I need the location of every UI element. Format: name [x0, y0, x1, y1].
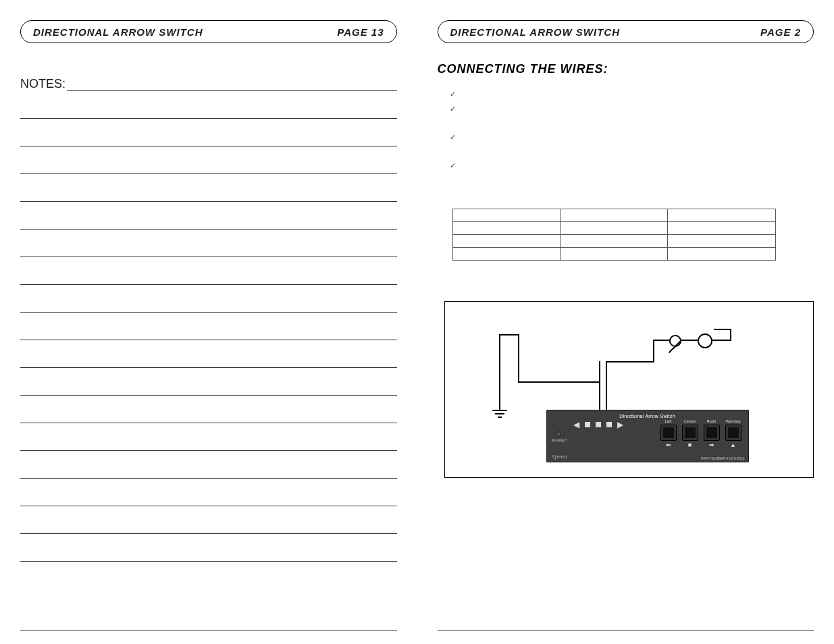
table-cell [668, 222, 776, 235]
indicator-icon [596, 422, 601, 427]
ground-icon [495, 413, 504, 414]
button-symbol: ➡ [709, 442, 714, 448]
checklist-item [450, 132, 814, 155]
note-rule [20, 174, 397, 202]
button-symbol: ⬅ [666, 442, 671, 448]
ground-icon [498, 417, 502, 418]
button-label: Left [664, 419, 671, 423]
header-pill-right: DIRECTIONAL ARROW SWITCH PAGE 2 [438, 20, 814, 43]
section-title: CONNECTING THE WIRES: [438, 62, 814, 76]
button-symbol: ■ [688, 442, 692, 448]
page-number: PAGE 2 [760, 26, 801, 38]
table-cell [452, 248, 560, 261]
button-symbol: ▲ [730, 442, 736, 448]
table-cell [668, 248, 776, 261]
note-rule [20, 285, 397, 313]
button-label: Right [706, 419, 716, 423]
checklist-item [450, 88, 814, 98]
table-cell [560, 235, 667, 248]
table-cell [452, 235, 560, 248]
wire [518, 334, 519, 381]
button-icon [725, 425, 741, 441]
note-rule [20, 534, 397, 562]
wiring-diagram: Directional Arrow Switch Running ? Speed… [444, 301, 814, 478]
notes-label: NOTES: [20, 76, 67, 91]
power-label: Running ? [552, 438, 567, 442]
wire [714, 329, 731, 330]
checklist [450, 88, 814, 188]
note-rule [20, 423, 397, 451]
battery-icon [698, 333, 712, 348]
wire [606, 361, 653, 363]
table-cell [668, 209, 776, 222]
table-row [452, 222, 775, 235]
wire [730, 329, 731, 341]
notes-section: NOTES: [20, 76, 397, 562]
table-cell [560, 209, 667, 222]
note-rule [20, 230, 397, 257]
button-label: Warning [725, 419, 740, 423]
note-rule [20, 91, 397, 119]
button-warning: Warning ▲ [725, 419, 742, 448]
arrow-left-icon: ◀ [573, 422, 579, 427]
note-rule [20, 202, 397, 230]
table-cell [452, 209, 560, 222]
arrow-right-icon: ▶ [617, 422, 623, 427]
button-row: Left ⬅ Center ■ Right ➡ [660, 419, 742, 448]
indicator-icon [606, 422, 612, 427]
table-row [452, 209, 775, 222]
page-number: PAGE 13 [337, 26, 384, 38]
button-icon [704, 425, 720, 441]
note-rule [20, 479, 397, 506]
note-rule [20, 396, 397, 423]
button-center: Center ■ [681, 419, 699, 448]
device-panel: Directional Arrow Switch Running ? Speed… [546, 410, 749, 462]
wire [599, 361, 600, 410]
power-led-icon [556, 431, 561, 437]
note-rule [20, 340, 397, 368]
note-rule [20, 146, 397, 174]
wire [606, 361, 607, 410]
wire [653, 340, 669, 341]
table-cell [452, 222, 560, 235]
wire [499, 334, 500, 410]
table-row [452, 235, 775, 248]
wire-table [452, 209, 776, 261]
wire [680, 340, 698, 341]
table-cell [560, 222, 667, 235]
ground-icon [492, 410, 507, 411]
wire [499, 334, 519, 336]
page-right: DIRECTIONAL ARROW SWITCH PAGE 2 CONNECTI… [417, 0, 835, 644]
arrow-indicator-row: ◀ ▶ [573, 422, 623, 427]
button-icon [660, 425, 677, 441]
wire [518, 381, 600, 383]
checklist-item [450, 103, 814, 126]
note-rule [20, 368, 397, 396]
header-title: DIRECTIONAL ARROW SWITCH [450, 26, 620, 38]
table-cell [560, 248, 667, 261]
notes-first-line: NOTES: [20, 76, 397, 91]
note-rule [67, 76, 396, 91]
footer-rule [20, 630, 397, 630]
note-rule [20, 257, 397, 285]
page-left: DIRECTIONAL ARROW SWITCH PAGE 13 NOTES: [0, 0, 417, 644]
note-rule [20, 451, 397, 479]
device-title: Directional Arrow Switch [546, 414, 749, 419]
note-rule [20, 119, 397, 146]
button-left: Left ⬅ [660, 419, 677, 448]
wire [711, 340, 731, 341]
header-title: DIRECTIONAL ARROW SWITCH [33, 26, 203, 38]
button-right: Right ➡ [703, 419, 721, 448]
indicator-icon [585, 422, 590, 427]
two-page-spread: DIRECTIONAL ARROW SWITCH PAGE 13 NOTES: [0, 0, 834, 644]
wire [653, 340, 654, 363]
table-row [452, 248, 775, 261]
button-icon [682, 425, 698, 441]
table-cell [668, 235, 776, 248]
button-label: Center [683, 419, 696, 423]
header-pill-left: DIRECTIONAL ARROW SWITCH PAGE 13 [20, 20, 397, 43]
brand-label: Speed [552, 454, 567, 460]
footer-rule [438, 630, 814, 630]
note-rule [20, 506, 397, 534]
part-number: PART NUMBER # DAS-0510 [701, 456, 744, 460]
